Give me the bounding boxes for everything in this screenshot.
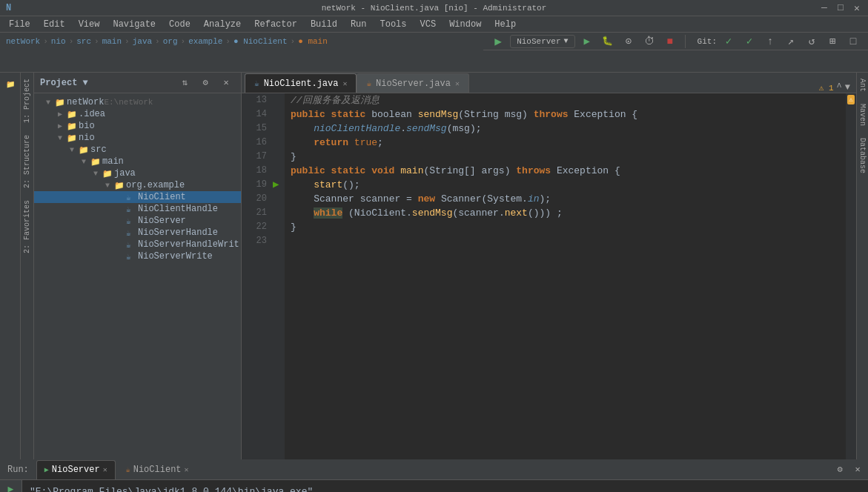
menu-analyze[interactable]: Analyze (198, 18, 247, 31)
breadcrumb-sep1: › (43, 37, 48, 46)
maven-tab-label[interactable]: Maven (858, 98, 867, 132)
breadcrumb: netWork › nio › src › main › java › org … (0, 33, 483, 50)
menu-build[interactable]: Build (305, 18, 343, 31)
close-panel-icon[interactable]: ✕ (217, 74, 235, 92)
stop-button[interactable]: ■ (661, 33, 679, 50)
menu-run[interactable]: Run (345, 18, 373, 31)
menu-refactor[interactable]: Refactor (248, 18, 303, 31)
breadcrumb-network[interactable]: netWork (6, 37, 40, 46)
settings-icon[interactable]: ⚙ (196, 74, 214, 92)
project-panel: Project ▼ ⇅ ⚙ ✕ ▼ 📁 netWork E:\netWork ▶ (34, 73, 242, 459)
menu-window[interactable]: Window (443, 18, 487, 31)
project-title: Project ▼ (40, 78, 88, 88)
tree-src[interactable]: ▼ 📁 src (34, 144, 241, 156)
breadcrumb-src[interactable]: src (76, 37, 91, 46)
tree-nioclienthandle[interactable]: ▶ ☕ NioClientHandle (34, 203, 241, 215)
menu-help[interactable]: Help (488, 18, 522, 31)
menu-tools[interactable]: Tools (374, 18, 413, 31)
title-bar: N netWork - NioClient.java [nio] - Admin… (0, 0, 868, 16)
menu-navigate[interactable]: Navigate (107, 18, 162, 31)
nioclient-tab-icon: ☕ (254, 79, 259, 88)
nioserver-run-close[interactable]: ✕ (103, 465, 107, 474)
menu-edit[interactable]: Edit (38, 18, 71, 31)
editor-tabs: ☕ NioClient.java ✕ ☕ NioServer.java ✕ ⚠ … (242, 73, 856, 93)
tree-bio[interactable]: ▶ 📁 bio (34, 120, 241, 132)
tree-nioclient[interactable]: ▶ ☕ NioClient (34, 191, 241, 203)
run-tab-nioserver[interactable]: ▶ NioServer ✕ (36, 460, 116, 479)
git-update-button[interactable]: ✓ (720, 33, 738, 50)
breadcrumb-sep3: › (94, 37, 99, 46)
menu-vcs[interactable]: VCS (414, 18, 443, 31)
code-content[interactable]: //回服务备及返消息 public static boolean sendMsg… (285, 93, 846, 459)
settings-run-btn[interactable]: ⚙ (832, 462, 847, 477)
tree-java[interactable]: ▼ 📁 java (34, 167, 241, 179)
ant-tab-label[interactable]: Ant (858, 73, 867, 98)
maximize-button[interactable]: □ (835, 3, 846, 13)
git-stash-button[interactable]: ↑ (761, 33, 779, 50)
collapse-editor-btn[interactable]: ▼ (845, 82, 850, 93)
menu-view[interactable]: View (73, 18, 106, 31)
profile-button[interactable]: ⏱ (640, 33, 658, 50)
menu-file[interactable]: File (3, 18, 36, 31)
breadcrumb-method-main[interactable]: ● main (298, 37, 328, 46)
database-tab-label[interactable]: Database (858, 132, 867, 179)
breadcrumb-sep6: › (181, 37, 186, 46)
tree-nioserverwrite[interactable]: ▶ ☕ NioServerWrite (34, 250, 241, 262)
expand-editor-btn[interactable]: ^ (837, 82, 842, 93)
run-tab-nioclient[interactable]: ☕ NioClient ✕ (119, 460, 196, 479)
tree-nio[interactable]: ▼ 📁 nio (34, 132, 241, 144)
git-push-button[interactable]: ✓ (741, 33, 758, 50)
git-history-button[interactable]: ↺ (803, 33, 821, 50)
code-line-17: } (291, 150, 840, 164)
line-numbers: 13 14 15 16 17 18 19 20 21 22 23 (242, 93, 271, 459)
project-tree: ▼ 📁 netWork E:\netWork ▶ 📁 .idea ▶ 📁 bio (34, 93, 241, 459)
nioclient-tab-close[interactable]: ✕ (342, 79, 347, 88)
editor-tab-controls: ⚠ 1 ^ ▼ (819, 82, 853, 93)
nioserver-tab-close[interactable]: ✕ (455, 79, 460, 88)
close-panel-btn[interactable]: ✕ (850, 462, 865, 477)
coverage-button[interactable]: ⊙ (620, 33, 637, 50)
layout-button[interactable]: □ (844, 33, 862, 50)
sidebar-icon-project[interactable]: 📁 (1, 76, 19, 93)
tree-idea[interactable]: ▶ 📁 .idea (34, 108, 241, 120)
nioclient-run-close[interactable]: ✕ (185, 465, 189, 474)
favorites-tab-label[interactable]: 2: Favorites (21, 194, 33, 259)
tree-main[interactable]: ▼ 📁 main (34, 156, 241, 167)
tab-nioclient[interactable]: ☕ NioClient.java ✕ (245, 73, 357, 93)
breadcrumb-java[interactable]: java (133, 37, 152, 46)
close-button[interactable]: ✕ (852, 3, 862, 13)
tree-nioserver[interactable]: ▶ ☕ NioServer (34, 215, 241, 227)
git-branch-button[interactable]: ↗ (782, 33, 800, 50)
structure-tab-label[interactable]: 2: Structure (21, 129, 33, 194)
code-line-21: Scanner scanner = new Scanner(System.in)… (291, 192, 840, 206)
tree-nioserverhandlewrite[interactable]: ▶ ☕ NioServerHandleWrit... (34, 239, 241, 250)
breadcrumb-main[interactable]: main (102, 37, 122, 46)
tab-nioserver[interactable]: ☕ NioServer.java ✕ (357, 73, 468, 93)
run-line-19-icon[interactable]: ▶ (273, 178, 279, 190)
run-config-selector[interactable]: NioServer ▼ (510, 35, 574, 48)
breadcrumb-nio[interactable]: nio (51, 37, 66, 46)
project-tab-label[interactable]: 1: Project (21, 73, 33, 129)
run-label[interactable]: Run: (3, 465, 33, 475)
code-line-20: start(); (291, 178, 840, 192)
tree-root[interactable]: ▼ 📁 netWork E:\netWork (34, 96, 241, 108)
minimize-button[interactable]: — (819, 3, 829, 13)
run-config-dropdown[interactable]: ▶ (489, 33, 507, 50)
breadcrumb-nioclient[interactable]: ● NioClient (233, 37, 288, 46)
breadcrumb-org[interactable]: org (163, 37, 178, 46)
menu-bar: File Edit View Navigate Code Analyze Ref… (0, 16, 868, 33)
rerun-button[interactable]: ▶ (3, 483, 19, 492)
settings-button[interactable]: ⊞ (824, 33, 841, 50)
breadcrumb-sep5: › (155, 37, 160, 46)
run-panel: ▶ ▲ ■ ▼ 📷 ≡ ⊞ ↵ 📌 🗑 "E:\Program Files\Ja… (0, 480, 868, 492)
collapse-all-icon[interactable]: ⇅ (176, 74, 193, 92)
tree-orgexample[interactable]: ▼ 📁 org.example (34, 179, 241, 191)
code-line-15: nioClientHandle.sendMsg(msg); (291, 122, 840, 136)
menu-code[interactable]: Code (163, 18, 196, 31)
debug-button[interactable]: 🐛 (599, 33, 617, 50)
run-button[interactable]: ▶ (578, 33, 596, 50)
breadcrumb-example[interactable]: example (188, 37, 222, 46)
tree-nioserverhandle[interactable]: ▶ ☕ NioServerHandle (34, 227, 241, 239)
warning-indicator: ⚠ (847, 95, 854, 104)
code-line-23: } (291, 220, 840, 234)
